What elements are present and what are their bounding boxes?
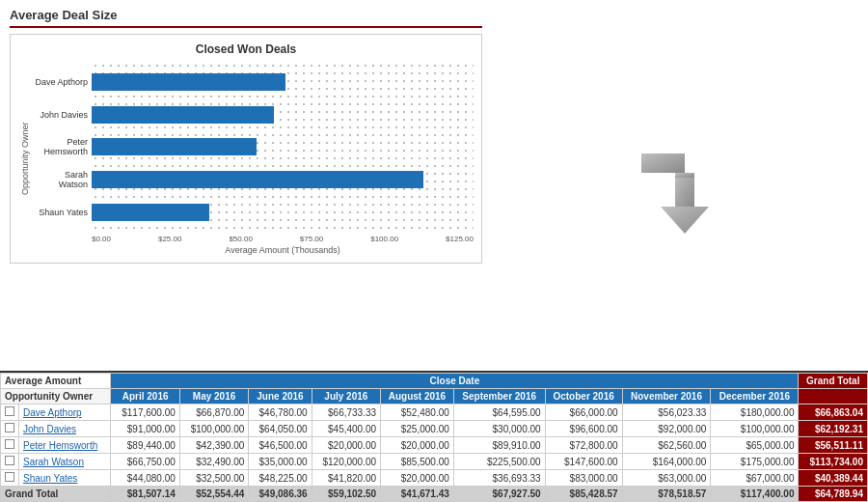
amount-cell: $35,000.00 <box>249 454 312 470</box>
data-table: Average Amount Close Date Grand Total Op… <box>0 373 868 502</box>
bar-fill <box>92 73 285 91</box>
bar-label: John Davies <box>34 110 92 120</box>
bar-fill <box>92 106 274 124</box>
col-april: April 2016 <box>111 389 179 404</box>
amount-cell: $65,000.00 <box>711 437 799 454</box>
grand-total-cell: $49,086.36 <box>249 487 312 502</box>
table-row: Dave Apthorp$117,600.00$66,870.00$46,780… <box>1 404 868 421</box>
bars-wrapper: Dave Apthorp John Davies Peter Hemsworth… <box>34 62 474 233</box>
x-axis-label: Average Amount (Thousands) <box>34 245 474 255</box>
amount-cell: $42,390.00 <box>179 437 248 454</box>
amount-cell: $117,600.00 <box>111 404 179 421</box>
row-checkbox[interactable] <box>1 470 19 487</box>
bar-fill <box>92 138 257 155</box>
row-grand-total: $56,511.11 <box>799 437 868 454</box>
grand-total-cell: $52,554.44 <box>179 487 248 502</box>
amount-cell: $83,000.00 <box>545 470 622 487</box>
col-july: July 2016 <box>312 389 380 404</box>
bar-fill <box>92 171 423 188</box>
amount-cell: $66,750.00 <box>111 454 179 470</box>
grand-total-header: Grand Total <box>799 374 868 389</box>
row-checkbox[interactable] <box>1 404 19 421</box>
amount-cell: $96,600.00 <box>545 421 622 437</box>
svg-rect-3 <box>675 173 694 178</box>
amount-cell: $48,225.00 <box>249 470 312 487</box>
amount-cell: $85,500.00 <box>381 454 454 470</box>
col-august: August 2016 <box>381 389 454 404</box>
bar-track <box>92 73 474 91</box>
amount-cell: $89,440.00 <box>111 437 179 454</box>
close-date-header: Close Date <box>111 374 799 389</box>
owner-cell[interactable]: Peter Hemsworth <box>19 437 111 454</box>
amount-cell: $32,490.00 <box>179 454 248 470</box>
bar-label: Sarah Watson <box>34 170 92 189</box>
amount-cell: $66,870.00 <box>179 404 248 421</box>
row-checkbox[interactable] <box>1 437 19 454</box>
opp-owner-header: Opportunity Owner <box>1 389 111 404</box>
x-axis: $0.00$25.00$50.00$75.00$100.00$125.00 <box>34 235 474 243</box>
amount-cell: $44,080.00 <box>111 470 179 487</box>
grand-total-cell: $78,518.57 <box>622 487 711 502</box>
amount-cell: $41,820.00 <box>312 470 380 487</box>
col-november: November 2016 <box>622 389 711 404</box>
owner-cell[interactable]: Shaun Yates <box>19 470 111 487</box>
chart-box: Closed Won Deals Opportunity Owner Dave … <box>10 34 482 264</box>
chart-main-title: Average Deal Size <box>10 8 482 28</box>
amount-cell: $56,023.33 <box>622 404 711 421</box>
amount-cell: $147,600.00 <box>545 454 622 470</box>
amount-cell: $92,000.00 <box>622 421 711 437</box>
chart-container: Average Deal Size Closed Won Deals Oppor… <box>10 8 482 367</box>
grand-total-cell: $59,102.50 <box>312 487 380 502</box>
x-tick: $0.00 <box>92 235 111 243</box>
grand-total-value: $64,789.94 <box>799 487 868 502</box>
page: Average Deal Size Closed Won Deals Oppor… <box>0 0 868 502</box>
amount-cell: $100,000.00 <box>711 421 799 437</box>
amount-cell: $20,000.00 <box>381 470 454 487</box>
table-row: Peter Hemsworth$89,440.00$42,390.00$46,5… <box>1 437 868 454</box>
svg-marker-1 <box>675 173 694 207</box>
bar-track <box>92 171 474 188</box>
amount-cell: $52,480.00 <box>381 404 454 421</box>
bar-row: Dave Apthorp <box>34 70 474 95</box>
amount-cell: $180,000.00 <box>711 404 799 421</box>
x-tick: $75.00 <box>300 235 323 243</box>
grand-total-cell: $85,428.57 <box>545 487 622 502</box>
row-checkbox[interactable] <box>1 421 19 437</box>
bar-fill <box>92 204 209 221</box>
grand-total-label: Grand Total <box>1 487 111 502</box>
row-grand-total: $40,389.44 <box>799 470 868 487</box>
amount-cell: $62,560.00 <box>622 437 711 454</box>
amount-cell: $64,595.00 <box>453 404 545 421</box>
arrow-section <box>492 8 858 367</box>
amount-cell: $100,000.00 <box>179 421 248 437</box>
svg-marker-2 <box>661 207 709 234</box>
bar-row: Shaun Yates <box>34 200 474 225</box>
top-section: Average Deal Size Closed Won Deals Oppor… <box>0 0 868 371</box>
owner-cell[interactable]: Sarah Watson <box>19 454 111 470</box>
amount-cell: $64,050.00 <box>249 421 312 437</box>
grand-total-row: Grand Total$81,507.14$52,554.44$49,086.3… <box>1 487 868 502</box>
owner-cell[interactable]: Dave Apthorp <box>19 404 111 421</box>
col-september: September 2016 <box>453 389 545 404</box>
y-axis-label: Opportunity Owner <box>18 62 34 255</box>
amount-cell: $225,500.00 <box>453 454 545 470</box>
owner-cell[interactable]: John Davies <box>19 421 111 437</box>
grand-total-cell: $67,927.50 <box>453 487 545 502</box>
x-tick: $50.00 <box>229 235 252 243</box>
col-december: December 2016 <box>711 389 799 404</box>
row-checkbox[interactable] <box>1 454 19 470</box>
chart-inner-title: Closed Won Deals <box>18 42 474 56</box>
col-june: June 2016 <box>249 389 312 404</box>
amount-cell: $66,000.00 <box>545 404 622 421</box>
grand-total-cell: $81,507.14 <box>111 487 179 502</box>
chart-area: Dave Apthorp John Davies Peter Hemsworth… <box>34 62 474 255</box>
amount-cell: $20,000.00 <box>312 437 380 454</box>
amount-cell: $32,500.00 <box>179 470 248 487</box>
amount-cell: $175,000.00 <box>711 454 799 470</box>
bar-track <box>92 204 474 221</box>
bar-row: John Davies <box>34 102 474 127</box>
col-may: May 2016 <box>179 389 248 404</box>
x-tick: $100.00 <box>370 235 398 243</box>
bar-track <box>92 138 474 155</box>
table-section: Average Amount Close Date Grand Total Op… <box>0 371 868 502</box>
